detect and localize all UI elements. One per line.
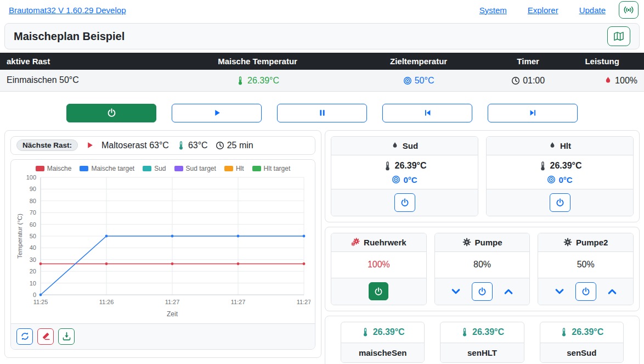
svg-text:60: 60 xyxy=(30,221,36,227)
actuator-power-button[interactable] xyxy=(575,282,596,301)
next-rast-label: Nächste Rast: xyxy=(16,139,78,151)
sensor-card: 26.39°C senSud xyxy=(540,322,624,363)
thermometer-icon xyxy=(460,328,469,337)
actuator-value: 80% xyxy=(437,256,528,273)
refresh-button[interactable] xyxy=(16,328,33,345)
legend-item[interactable]: Sud xyxy=(143,165,166,172)
maische-temp-value: 26.39°C xyxy=(236,76,279,86)
col-maische-temperatur: Maische Temperatur xyxy=(174,53,341,70)
kettle-target: 0°C xyxy=(558,175,572,184)
thermometer-icon xyxy=(383,161,392,171)
play-button[interactable] xyxy=(172,104,262,122)
legend-item[interactable]: Maische xyxy=(36,165,72,172)
map-icon xyxy=(613,31,624,42)
svg-text:70: 70 xyxy=(30,209,36,216)
pause-button[interactable] xyxy=(277,104,367,122)
sensor-temperature: 26.39°C xyxy=(572,327,603,337)
chevron-down-icon xyxy=(451,287,461,296)
sensor-name: maischeSen xyxy=(341,343,424,362)
next-rast-duration: 25 min xyxy=(227,141,253,150)
col-timer: Timer xyxy=(496,53,560,70)
svg-text:20: 20 xyxy=(30,268,36,275)
chevron-down-icon xyxy=(555,287,564,296)
col-leistung: Leistung xyxy=(560,53,644,70)
actuator-value: 100% xyxy=(334,256,424,273)
legend-item[interactable]: Sud target xyxy=(174,165,216,172)
thermometer-icon xyxy=(361,328,370,337)
increase-button[interactable] xyxy=(607,287,617,296)
download-icon xyxy=(62,332,71,341)
legend-item[interactable]: Hlt xyxy=(224,165,244,172)
sensor-name: senHLT xyxy=(440,343,523,362)
svg-text:0: 0 xyxy=(33,292,36,298)
legend-item[interactable]: Maische target xyxy=(80,165,134,172)
topbar: Brautomat32 V 1.60.29 Develop System Exp… xyxy=(0,0,644,20)
link-update[interactable]: Update xyxy=(579,5,606,15)
play-icon xyxy=(213,109,221,117)
broadcast-button[interactable] xyxy=(619,1,639,19)
kettles-group: Sud 26.39°C 0°C Hlt xyxy=(325,130,640,222)
power-icon xyxy=(107,108,116,117)
decrease-button[interactable] xyxy=(451,287,461,296)
rast-table-header: aktive Rast Maische Temperatur Zieltempe… xyxy=(0,53,644,70)
svg-text:11:27: 11:27 xyxy=(297,299,310,305)
transport-controls xyxy=(0,104,644,122)
actuator-power-button[interactable] xyxy=(369,282,388,300)
power-icon xyxy=(581,287,590,296)
next-rast-temperature: 63°C xyxy=(188,141,208,150)
skip-end-button[interactable] xyxy=(488,104,578,122)
kettle-target: 0°C xyxy=(403,175,417,184)
clear-chart-button[interactable] xyxy=(37,328,54,345)
svg-text:11:26: 11:26 xyxy=(99,299,114,305)
table-row: Einmaischen 50°C 26.39°C 50°C 01:00 100% xyxy=(0,70,644,91)
decrease-button[interactable] xyxy=(555,287,564,296)
legend-swatch xyxy=(36,166,44,171)
page-title: Maischeplan Beispiel xyxy=(14,30,125,43)
rast-table: aktive Rast Maische Temperatur Zieltempe… xyxy=(0,53,644,92)
chevron-up-icon xyxy=(607,287,617,296)
download-button[interactable] xyxy=(58,328,75,345)
flame-icon xyxy=(549,142,556,149)
target-temp-value: 50°C xyxy=(403,76,434,86)
kettle-power-button[interactable] xyxy=(550,193,570,212)
kettle-power-button[interactable] xyxy=(394,193,415,212)
clock-icon xyxy=(216,141,224,150)
power-icon xyxy=(400,198,409,207)
actuator-power-button[interactable] xyxy=(472,282,493,301)
clock-icon xyxy=(511,76,520,85)
active-rast-name: Einmaischen 50°C xyxy=(0,70,174,91)
skip-end-icon xyxy=(529,109,537,117)
thermometer-icon xyxy=(538,161,547,171)
col-zieltemperatur: Zieltemperatur xyxy=(341,53,496,70)
actuator-card-pumpe: Pumpe 80% xyxy=(434,233,530,305)
play-icon xyxy=(86,141,94,149)
broadcast-icon xyxy=(623,4,634,15)
bullseye-icon xyxy=(403,76,412,85)
next-rast-name: Maltoserast 63°C xyxy=(101,141,169,150)
eraser-icon xyxy=(41,332,50,341)
svg-text:90: 90 xyxy=(30,186,36,192)
actuator-card-ruehrwerk: Ruehrwerk 100% xyxy=(331,233,427,305)
temperature-chart-card: MaischeMaische targetSudSud targetHltHlt… xyxy=(10,159,315,350)
map-button[interactable] xyxy=(607,26,630,46)
actuator-name: Ruehrwerk xyxy=(364,238,406,247)
increase-button[interactable] xyxy=(504,287,513,296)
svg-text:Zeit: Zeit xyxy=(167,310,178,318)
sensor-temperature: 26.39°C xyxy=(472,327,504,337)
svg-text:11:27: 11:27 xyxy=(231,299,246,305)
power-button[interactable] xyxy=(66,104,156,122)
kettle-temperature: 26.39°C xyxy=(550,161,582,171)
chart-panel: Nächste Rast: Maltoserast 63°C 63°C 25 m… xyxy=(4,130,321,358)
bullseye-icon xyxy=(547,175,556,184)
skip-start-button[interactable] xyxy=(382,104,472,122)
link-system[interactable]: System xyxy=(479,5,507,15)
actuator-card-pumpe2: Pumpe2 50% xyxy=(538,233,634,305)
kettle-name: Hlt xyxy=(560,141,571,150)
legend-item[interactable]: Hlt target xyxy=(252,165,291,172)
link-explorer[interactable]: Explorer xyxy=(528,5,558,15)
gear-icon xyxy=(462,238,471,247)
kettle-name: Sud xyxy=(403,141,418,150)
brand-link[interactable]: Brautomat32 V 1.60.29 Develop xyxy=(9,5,126,15)
thermometer-icon xyxy=(177,141,185,150)
sensors-group: 26.39°C maischeSen 26.39°C senHLT 26.39°… xyxy=(325,316,640,364)
